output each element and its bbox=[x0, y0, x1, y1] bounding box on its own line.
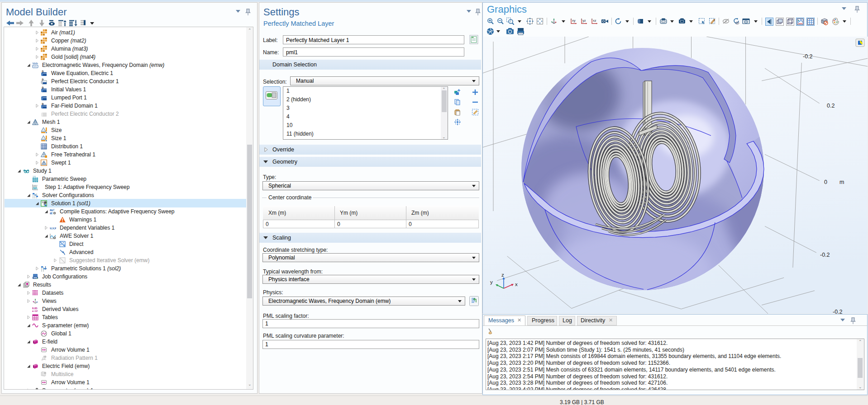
svg-text:u,v,w: u,v,w bbox=[50, 226, 56, 230]
svg-text:-0.2: -0.2 bbox=[803, 53, 813, 60]
svg-text:123: 123 bbox=[33, 176, 36, 178]
svg-text:D: D bbox=[42, 78, 43, 81]
svg-text:D: D bbox=[42, 86, 43, 89]
svg-text:-0.2: -0.2 bbox=[833, 309, 843, 314]
svg-text:e-12: e-12 bbox=[32, 310, 38, 312]
svg-text:x: x bbox=[515, 282, 518, 287]
svg-text:8.85: 8.85 bbox=[32, 307, 38, 310]
svg-text:-0.2: -0.2 bbox=[820, 252, 830, 258]
svg-text:xy: xy bbox=[572, 19, 576, 23]
svg-text:z: z bbox=[501, 272, 504, 278]
svg-text:D: D bbox=[42, 103, 43, 105]
svg-text:y: y bbox=[490, 279, 493, 285]
svg-text:D: D bbox=[42, 70, 43, 73]
svg-text:yz: yz bbox=[582, 19, 586, 23]
svg-text:0: 0 bbox=[824, 179, 827, 185]
svg-text:0.2: 0.2 bbox=[827, 103, 835, 109]
svg-text:xz: xz bbox=[593, 19, 596, 23]
svg-text:auat: auat bbox=[50, 208, 53, 215]
svg-text:f: f bbox=[53, 208, 54, 212]
svg-text:m: m bbox=[839, 179, 844, 185]
